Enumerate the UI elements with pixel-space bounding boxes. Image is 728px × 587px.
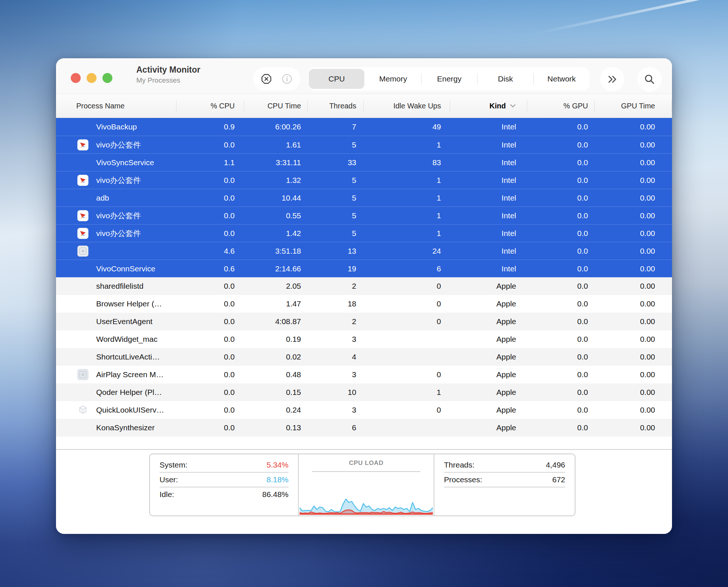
threads-cell: 18 xyxy=(308,295,364,313)
process-row[interactable]: ShortcutLiveActi…0.00.024Apple0.00.00 xyxy=(56,348,672,366)
cpu-load-section: CPU LOAD xyxy=(298,454,434,515)
threads-cell: 3 xyxy=(308,330,364,348)
gpu-time-cell: 0.00 xyxy=(595,295,672,313)
process-row[interactable]: WordWidget_mac0.00.193Apple0.00.00 xyxy=(56,330,672,348)
process-row[interactable]: Browser Helper (…0.01.47180Apple0.00.00 xyxy=(56,295,672,313)
threads-cell: 19 xyxy=(308,260,364,277)
cpu-time-cell: 0.55 xyxy=(244,207,308,224)
threads-cell: 33 xyxy=(308,154,364,171)
process-row[interactable]: Qoder Helper (Pl…0.00.15101Apple0.00.00 xyxy=(56,383,672,401)
stat-label: User: xyxy=(160,475,178,484)
process-row[interactable]: 4.63:51.181324Intel0.00.00 xyxy=(56,242,672,260)
process-name-cell: vivo办公套件 xyxy=(56,225,176,242)
stat-label: System: xyxy=(160,461,188,469)
column-label: CPU Time xyxy=(267,102,301,110)
cpu-time-cell: 1.47 xyxy=(244,295,308,313)
chevron-double-right-icon xyxy=(606,74,619,85)
process-row[interactable]: vivo办公套件0.01.6151Intel0.00.00 xyxy=(56,136,672,153)
gpu-percent-cell: 0.0 xyxy=(527,366,595,383)
gpu-time-cell: 0.00 xyxy=(595,136,672,153)
process-name: vivo办公套件 xyxy=(96,140,141,150)
column-header-process-name[interactable]: Process Name xyxy=(56,94,176,118)
gpu-time-cell: 0.00 xyxy=(595,419,672,437)
gpu-percent-cell: 0.0 xyxy=(527,136,595,153)
process-row[interactable]: vivo办公套件0.00.5551Intel0.00.00 xyxy=(56,206,672,224)
process-name: sharedfilelistd xyxy=(96,282,143,291)
stat-row: User:8.18% xyxy=(160,473,288,487)
gpu-time-cell: 0.00 xyxy=(595,348,672,366)
gpu-percent-cell: 0.0 xyxy=(527,171,595,189)
column-header-gpu-time[interactable]: GPU Time xyxy=(595,94,672,118)
idle-wake-ups-cell: 1 xyxy=(364,225,450,242)
process-row[interactable]: sharedfilelistd0.02.0520Apple0.00.00 xyxy=(56,277,672,295)
process-row[interactable]: QuickLookUIServ…0.00.2430Apple0.00.00 xyxy=(56,401,672,419)
column-header-threads[interactable]: Threads xyxy=(308,94,364,118)
kind-cell: Intel xyxy=(450,171,527,189)
quit-process-button[interactable] xyxy=(260,73,273,85)
kind-cell: Intel xyxy=(450,207,527,224)
sort-chevron-down-icon xyxy=(510,104,516,108)
idle-wake-ups-cell: 0 xyxy=(364,277,450,295)
column-label: % GPU xyxy=(563,102,588,110)
vivo-office-icon xyxy=(77,210,88,221)
tab-cpu[interactable]: CPU xyxy=(309,69,364,89)
idle-wake-ups-cell xyxy=(364,348,450,366)
zoom-button[interactable] xyxy=(102,73,112,83)
kind-cell: Apple xyxy=(450,277,527,295)
window-subtitle: My Processes xyxy=(136,76,200,85)
close-button[interactable] xyxy=(71,73,81,83)
process-name: vivo办公套件 xyxy=(96,175,141,185)
kind-cell: Intel xyxy=(450,225,527,242)
inspect-process-button[interactable] xyxy=(281,73,293,85)
gpu-percent-cell: 0.0 xyxy=(527,207,595,224)
minimize-button[interactable] xyxy=(87,73,97,83)
process-name: QuickLookUIServ… xyxy=(96,406,164,414)
tab-energy[interactable]: Energy xyxy=(421,67,477,91)
process-row[interactable]: VivoBackup0.96:00.26749Intel0.00.00 xyxy=(56,118,672,136)
gpu-percent-cell: 0.0 xyxy=(527,242,595,260)
kind-cell: Apple xyxy=(450,348,527,366)
cpu-percent-cell: 0.0 xyxy=(176,419,244,437)
cpu-summary-panel: System:5.34%User:8.18%Idle:86.48% CPU LO… xyxy=(149,454,575,516)
cpu-percent-cell: 0.0 xyxy=(176,277,244,295)
process-row[interactable]: KonaSynthesizer0.00.136Apple0.00.00 xyxy=(56,419,672,437)
cpu-time-cell: 2:14.66 xyxy=(244,260,308,277)
process-count-stats: Threads:4,496Processes:672 xyxy=(434,454,575,515)
cpu-time-cell: 0.15 xyxy=(244,383,308,401)
cpu-time-cell: 1.61 xyxy=(244,136,308,153)
tab-disk[interactable]: Disk xyxy=(477,67,533,91)
column-header--gpu[interactable]: % GPU xyxy=(527,94,595,118)
cpu-time-cell: 1.42 xyxy=(244,225,308,242)
search-button[interactable] xyxy=(637,67,662,91)
process-name-cell: VivoBackup xyxy=(56,118,176,136)
tab-memory[interactable]: Memory xyxy=(365,67,421,91)
stat-label: Idle: xyxy=(160,490,174,499)
toolbar-overflow-button[interactable] xyxy=(600,67,624,91)
column-header--cpu[interactable]: % CPU xyxy=(176,94,244,118)
tab-network[interactable]: Network xyxy=(534,67,589,91)
kind-cell: Apple xyxy=(450,313,527,330)
process-row[interactable]: vivo办公套件0.01.4251Intel0.00.00 xyxy=(56,224,672,242)
idle-wake-ups-cell: 6 xyxy=(364,260,450,277)
cpu-percent-cell: 1.1 xyxy=(176,154,244,171)
column-header-idle-wake-ups[interactable]: Idle Wake Ups xyxy=(364,94,450,118)
process-name-cell: vivo办公套件 xyxy=(56,171,176,189)
process-row[interactable]: adb0.010.4451Intel0.00.00 xyxy=(56,189,672,206)
process-name: adb xyxy=(96,194,109,202)
process-row[interactable]: vivo办公套件0.01.3251Intel0.00.00 xyxy=(56,171,672,189)
idle-wake-ups-cell xyxy=(364,330,450,348)
titlebar[interactable]: Activity Monitor My Processes CPUMemoryE… xyxy=(56,58,672,94)
cpu-time-cell: 3:51.18 xyxy=(244,242,308,260)
stat-row: Threads:4,496 xyxy=(444,458,565,472)
cpu-percent-cell: 0.0 xyxy=(176,171,244,189)
stat-separator xyxy=(444,487,565,487)
process-table: VivoBackup0.96:00.26749Intel0.00.00vivo办… xyxy=(56,118,672,437)
process-row[interactable]: VivoSyncService1.13:31.113383Intel0.00.0… xyxy=(56,153,672,171)
process-row[interactable]: VivoConnService0.62:14.66196Intel0.00.00 xyxy=(56,260,672,277)
generic-executable-icon xyxy=(77,246,88,257)
gpu-percent-cell: 0.0 xyxy=(527,401,595,419)
process-row[interactable]: UserEventAgent0.04:08.8720Apple0.00.00 xyxy=(56,313,672,330)
column-header-cpu-time[interactable]: CPU Time xyxy=(244,94,308,118)
column-header-kind[interactable]: Kind xyxy=(450,94,527,118)
process-row[interactable]: AirPlay Screen M…0.00.4830Apple0.00.00 xyxy=(56,366,672,383)
